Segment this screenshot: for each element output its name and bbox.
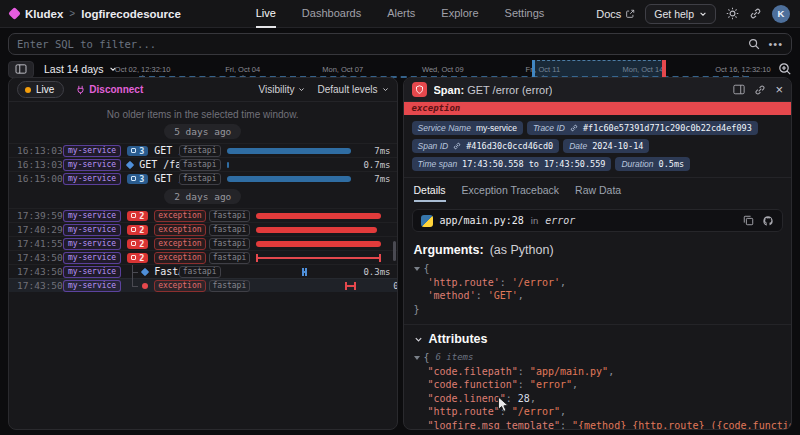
span-count-badge: 2 xyxy=(127,225,148,235)
trace-row[interactable]: 16:13:03my-service3GET /fastapi7ms xyxy=(9,143,397,157)
detail-tab-raw-data[interactable]: Raw Data xyxy=(575,184,621,202)
row-timestamp: 17:40:29 xyxy=(17,224,63,235)
exception-banner: exception xyxy=(404,102,792,115)
attr-value: "error" xyxy=(530,378,572,392)
sidebar-toggle-button[interactable] xyxy=(8,61,34,78)
live-status-dot xyxy=(25,87,31,93)
tag-fastapi: fastapi xyxy=(209,238,251,250)
attr-value: "{method} {http.route} ({code.function})… xyxy=(572,419,792,431)
row-tags: fastapi xyxy=(179,266,221,278)
trace-row[interactable]: 17:40:29my-service2GET /errorexceptionfa… xyxy=(9,222,397,236)
trace-row[interactable]: 17:43:50my-serviceGET /error (error)exce… xyxy=(9,278,397,292)
arg-value: '/error' xyxy=(512,276,560,290)
items-count-note: 6 items xyxy=(436,351,474,365)
trace-row[interactable]: 16:13:03my-serviceGET /favicon.icofastap… xyxy=(9,157,397,171)
zoom-in-icon[interactable] xyxy=(778,62,792,76)
arguments-mode-label: (as Python) xyxy=(490,243,554,257)
trace-row[interactable]: 17:43:50my-serviceFastAPI argumentsfasta… xyxy=(9,264,397,278)
live-trace-panel: Live Disconnect Visibility Default level… xyxy=(8,77,398,430)
row-timestamp: 16:15:00 xyxy=(17,173,63,184)
span-diamond-icon xyxy=(141,267,149,275)
detail-header-actions: × xyxy=(733,84,783,96)
visibility-label: Visibility xyxy=(259,84,295,95)
chip-label: Time span xyxy=(418,159,458,169)
span-count: 2 xyxy=(139,240,144,248)
chip-value: 0.5ms xyxy=(659,159,685,169)
search-icon[interactable] xyxy=(748,38,760,50)
duration-label: 6ms xyxy=(384,253,397,263)
meta-chip-service-name[interactable]: Service Namemy-service xyxy=(412,121,523,135)
scrollbar-thumb[interactable] xyxy=(393,241,396,261)
time-ago-badge: 5 days ago xyxy=(164,124,241,139)
meta-chip-date[interactable]: Date2024-10-14 xyxy=(563,139,649,153)
meta-chip-duration[interactable]: Duration0.5ms xyxy=(615,157,690,171)
visibility-dropdown[interactable]: Visibility xyxy=(259,84,306,95)
code-function: error xyxy=(545,215,575,226)
theme-toggle-icon[interactable] xyxy=(726,7,739,20)
span-count-badge: 2 xyxy=(127,253,148,263)
live-toggle-button[interactable]: Live xyxy=(17,81,64,98)
code-location[interactable]: app/main.py:28 xyxy=(440,215,524,226)
span-name: FastAPI arguments xyxy=(154,266,179,277)
meta-chip-trace-id[interactable]: Trace ID#f1c60e57391d771c290c0b22cd4ef09… xyxy=(527,121,758,135)
service-tag: my-service xyxy=(63,266,121,278)
trace-row[interactable]: 17:39:59my-service2GET /errorexceptionfa… xyxy=(9,208,397,222)
row-tags: fastapi xyxy=(179,145,221,157)
copy-link-icon[interactable] xyxy=(754,84,766,96)
meta-chip-span-id[interactable]: Span ID#416d30c0ccd46cd0 xyxy=(412,139,560,153)
trace-row[interactable]: 16:15:00my-service3GET /fastapi7ms xyxy=(9,171,397,185)
timeline-tick-label: Wed, Oct 09 xyxy=(422,65,464,74)
detail-tab-exception-traceback[interactable]: Exception Traceback xyxy=(462,184,559,202)
span-count: 2 xyxy=(139,226,144,234)
time-range-select[interactable]: Last 14 days xyxy=(44,63,117,75)
detail-tab-details[interactable]: Details xyxy=(414,184,446,202)
share-link-icon[interactable] xyxy=(749,7,762,20)
trace-row[interactable]: 17:43:50my-service2GET /errorexceptionfa… xyxy=(9,250,397,264)
sql-filter-bar: ••• xyxy=(8,33,792,55)
code-line: "code.function": "error", xyxy=(414,378,782,392)
sql-filter-input[interactable] xyxy=(17,38,740,50)
span-count: 3 xyxy=(139,147,144,155)
duration-bar xyxy=(256,213,380,219)
collapse-toggle-icon[interactable] xyxy=(414,356,420,360)
dock-panel-icon[interactable] xyxy=(733,84,745,95)
tab-dashboards[interactable]: Dashboards xyxy=(302,0,361,28)
attributes-code-block: {6 items"code.filepath": "app/main.py","… xyxy=(404,349,792,430)
org-name[interactable]: Kludex xyxy=(25,8,63,20)
tab-explore[interactable]: Explore xyxy=(441,0,478,28)
code-line: "logfire.msg_template": "{method} {http.… xyxy=(414,419,782,431)
user-avatar[interactable]: K xyxy=(772,5,790,23)
breadcrumb: Kludex > logfirecodesource xyxy=(10,8,235,20)
timeline-track[interactable]: Oct 02, 12:32:10Fri, Oct 04Mon, Oct 07We… xyxy=(127,59,768,79)
meta-chip-time-span[interactable]: Time span17:43:50.558 to 17:43:50.559 xyxy=(412,157,612,171)
detail-kind-label: Span: xyxy=(434,84,465,96)
tab-live[interactable]: Live xyxy=(256,0,276,28)
collapse-toggle-icon[interactable] xyxy=(414,267,420,271)
close-icon[interactable]: × xyxy=(775,85,783,95)
project-name[interactable]: logfirecodesource xyxy=(81,8,181,20)
tab-settings[interactable]: Settings xyxy=(505,0,545,28)
live-panel-header: Live Disconnect Visibility Default level… xyxy=(9,78,397,102)
github-icon[interactable] xyxy=(762,215,774,227)
tab-alerts[interactable]: Alerts xyxy=(387,0,415,28)
arguments-heading: Arguments: (as Python) xyxy=(404,236,792,260)
row-timestamp: 17:39:59 xyxy=(17,210,63,221)
code-context-bar: app/main.py:28 in error xyxy=(412,209,784,232)
more-options-icon[interactable]: ••• xyxy=(768,40,783,48)
get-help-button[interactable]: Get help xyxy=(645,4,716,24)
default-levels-dropdown[interactable]: Default levels xyxy=(317,84,388,95)
chip-label: Date xyxy=(569,141,587,151)
disconnect-button[interactable]: Disconnect xyxy=(76,84,143,95)
duration-bar xyxy=(227,162,230,168)
copy-icon[interactable] xyxy=(743,215,754,226)
error-span-icon xyxy=(412,82,427,97)
docs-link[interactable]: Docs xyxy=(596,8,635,20)
link-icon xyxy=(453,142,461,150)
error-dot-icon xyxy=(142,283,148,289)
chevron-down-icon[interactable] xyxy=(414,335,423,344)
group-separator: 5 days ago xyxy=(9,120,397,143)
span-count-badge: 3 xyxy=(127,174,148,184)
row-tags: fastapi xyxy=(179,173,221,185)
row-timestamp: 17:43:50 xyxy=(17,280,63,291)
trace-row[interactable]: 17:41:55my-service2GET /errorexceptionfa… xyxy=(9,236,397,250)
